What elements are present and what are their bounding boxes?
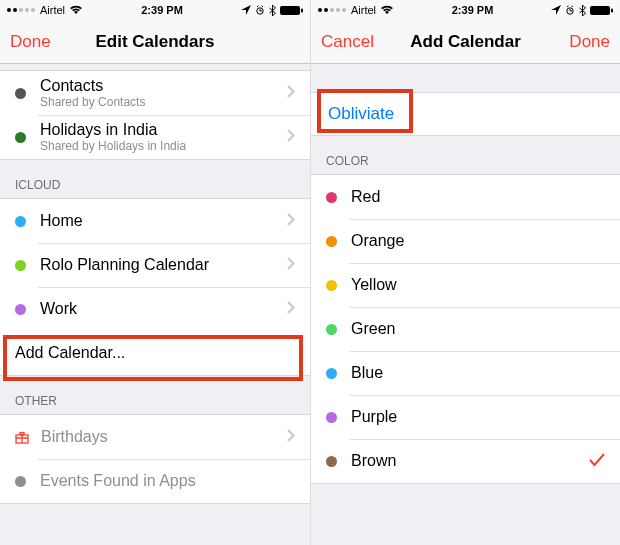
chevron-right-icon — [287, 212, 295, 230]
content-scroll[interactable]: ContactsShared by ContactsHolidays in In… — [0, 64, 310, 545]
dot-icon — [15, 88, 26, 99]
phone-left: Airtel 2:39 PM — [0, 0, 310, 545]
carrier-label: Airtel — [40, 4, 65, 16]
calendar-name-input[interactable] — [326, 103, 605, 125]
location-icon — [551, 5, 561, 15]
svg-rect-16 — [611, 8, 613, 12]
checkmark-icon — [589, 451, 605, 472]
wifi-icon — [380, 5, 394, 15]
svg-point-9 — [318, 8, 322, 12]
calendar-name-row[interactable] — [311, 92, 620, 136]
alarm-icon — [565, 5, 575, 15]
chevron-right-icon — [287, 300, 295, 318]
color-row-brown[interactable]: Brown — [311, 439, 620, 483]
chevron-right-icon — [287, 256, 295, 274]
content-scroll[interactable]: COLOR RedOrangeYellowGreenBluePurpleBrow… — [311, 64, 620, 545]
dot-icon — [15, 216, 26, 227]
calendar-sub: Shared by Holidays in India — [40, 139, 287, 153]
chevron-right-icon — [287, 128, 295, 146]
add-calendar-row[interactable]: Add Calendar... — [0, 331, 310, 375]
battery-icon — [280, 5, 304, 16]
color-name: Purple — [351, 408, 605, 426]
svg-point-1 — [13, 8, 17, 12]
color-name: Brown — [351, 452, 589, 470]
color-dot-icon — [326, 324, 337, 335]
dot-icon — [15, 260, 26, 271]
carrier-label: Airtel — [351, 4, 376, 16]
section-header-color: COLOR — [311, 136, 620, 174]
svg-point-13 — [342, 8, 346, 12]
calendar-name: Home — [40, 212, 287, 230]
color-dot-icon — [326, 456, 337, 467]
birthdays-row[interactable]: Birthdays — [0, 415, 310, 459]
color-name: Red — [351, 188, 605, 206]
done-button[interactable]: Done — [10, 32, 51, 52]
bluetooth-icon — [579, 5, 586, 16]
color-dot-icon — [326, 192, 337, 203]
calendar-row[interactable]: Rolo Planning Calendar — [0, 243, 310, 287]
color-dot-icon — [326, 412, 337, 423]
navbar: Cancel Add Calendar Done — [311, 20, 620, 64]
events-label: Events Found in Apps — [40, 472, 295, 490]
calendar-row[interactable]: ContactsShared by Contacts — [0, 71, 310, 115]
dot-icon — [15, 476, 26, 487]
done-button[interactable]: Done — [569, 32, 610, 52]
bluetooth-icon — [269, 5, 276, 16]
svg-point-10 — [324, 8, 328, 12]
dot-icon — [15, 304, 26, 315]
svg-point-4 — [31, 8, 35, 12]
color-row-blue[interactable]: Blue — [311, 351, 620, 395]
color-name: Green — [351, 320, 605, 338]
add-calendar-label: Add Calendar... — [15, 344, 125, 362]
color-dot-icon — [326, 280, 337, 291]
calendar-name: Work — [40, 300, 287, 318]
chevron-right-icon — [287, 84, 295, 102]
color-row-purple[interactable]: Purple — [311, 395, 620, 439]
color-row-orange[interactable]: Orange — [311, 219, 620, 263]
birthdays-label: Birthdays — [41, 428, 287, 446]
dot-icon — [15, 132, 26, 143]
phone-right: Airtel 2:39 PM Cancel Add Calendar Done — [310, 0, 620, 545]
section-header-icloud: ICLOUD — [0, 160, 310, 198]
signal-icon — [317, 6, 347, 14]
events-in-apps-row[interactable]: Events Found in Apps — [0, 459, 310, 503]
calendar-name: Contacts — [40, 77, 287, 95]
alarm-icon — [255, 5, 265, 15]
calendar-row[interactable]: Holidays in IndiaShared by Holidays in I… — [0, 115, 310, 159]
section-header-other: OTHER — [0, 376, 310, 414]
clock-label: 2:39 PM — [452, 4, 494, 16]
location-icon — [241, 5, 251, 15]
calendar-name: Holidays in India — [40, 121, 287, 139]
clock-label: 2:39 PM — [141, 4, 183, 16]
color-name: Yellow — [351, 276, 605, 294]
color-row-yellow[interactable]: Yellow — [311, 263, 620, 307]
chevron-right-icon — [287, 428, 295, 446]
color-name: Blue — [351, 364, 605, 382]
color-name: Orange — [351, 232, 605, 250]
navbar: Done Edit Calendars — [0, 20, 310, 64]
color-row-red[interactable]: Red — [311, 175, 620, 219]
svg-rect-7 — [301, 8, 303, 12]
status-bar: Airtel 2:39 PM — [311, 0, 620, 20]
svg-point-12 — [336, 8, 340, 12]
status-bar: Airtel 2:39 PM — [0, 0, 310, 20]
color-dot-icon — [326, 236, 337, 247]
svg-rect-15 — [590, 6, 610, 15]
svg-point-0 — [7, 8, 11, 12]
svg-point-3 — [25, 8, 29, 12]
calendar-row[interactable]: Work — [0, 287, 310, 331]
calendar-sub: Shared by Contacts — [40, 95, 287, 109]
svg-point-2 — [19, 8, 23, 12]
svg-point-11 — [330, 8, 334, 12]
calendar-name: Rolo Planning Calendar — [40, 256, 287, 274]
cancel-button[interactable]: Cancel — [321, 32, 374, 52]
signal-icon — [6, 6, 36, 14]
gift-icon — [15, 430, 29, 444]
calendar-row[interactable]: Home — [0, 199, 310, 243]
battery-icon — [590, 5, 614, 16]
svg-rect-6 — [280, 6, 300, 15]
wifi-icon — [69, 5, 83, 15]
color-dot-icon — [326, 368, 337, 379]
color-row-green[interactable]: Green — [311, 307, 620, 351]
